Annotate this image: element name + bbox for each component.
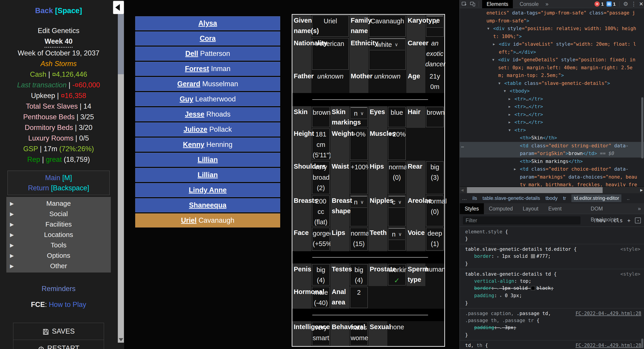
- ellipsis-menu-icon[interactable]: …: [461, 142, 464, 150]
- breadcrumb-item[interactable]: ..: [627, 195, 630, 201]
- gene-field-value[interactable]: big (4): [311, 263, 330, 286]
- return-link[interactable]: Return: [28, 184, 49, 192]
- gene-field-value[interactable]: blue: [387, 106, 406, 128]
- code-line[interactable]: param="markings" data-choices="none, bea…: [460, 173, 644, 181]
- sidebar-menu-item[interactable]: ▶Other: [6, 261, 111, 271]
- code-line[interactable]: ▶<tr>…</tr>: [460, 111, 644, 119]
- style-rule[interactable]: .passage caption, .passage td,FC-2022-04…: [460, 308, 644, 340]
- styles-pane[interactable]: element.style {}table.slave-genetic-deta…: [460, 227, 644, 349]
- breadcrumb-item[interactable]: td.editor.string-editor: [572, 194, 622, 202]
- code-line[interactable]: ▼<tr>: [460, 126, 644, 134]
- filter-input[interactable]: Filter: [463, 216, 580, 224]
- code-line[interactable]: .passage th, .passage tr {: [460, 317, 644, 324]
- tab-styles[interactable]: Styles: [460, 203, 484, 214]
- code-line[interactable]: ▶<tr>…</tr>: [460, 95, 644, 103]
- more-tabs-icon[interactable]: »: [546, 1, 548, 7]
- code-line[interactable]: ▶<td class="editor choice-editor" data-: [460, 165, 644, 173]
- elements-tree[interactable]: enetics" data-tags="jump-from-safe" clas…: [460, 8, 644, 186]
- tab-elements[interactable]: Elements: [482, 0, 513, 8]
- code-line[interactable]: }: [460, 300, 644, 307]
- slave-list-item[interactable]: Kenny Henning: [135, 138, 280, 152]
- close-icon[interactable]: ×: [639, 0, 643, 8]
- gene-field-value[interactable]: n∨: [349, 195, 368, 227]
- gene-field-value[interactable]: gorgeous (+55%): [311, 227, 330, 251]
- code-line[interactable]: <th>Skin</th>: [460, 134, 644, 142]
- gene-field-value[interactable]: brown: [425, 106, 444, 128]
- code-line[interactable]: ▶<div id="slaveList" style="width: 20em;…: [460, 40, 644, 48]
- code-line[interactable]: }: [460, 260, 644, 267]
- elements-horizontal-scrollbar[interactable]: ◀ ▶: [460, 186, 644, 193]
- restart-button[interactable]: RESTART: [13, 340, 104, 349]
- device-toolbar-icon[interactable]: [470, 1, 476, 7]
- gene-field-value[interactable]: Cavanaugh: [368, 15, 406, 37]
- gene-field-value[interactable]: normal (0): [387, 161, 406, 195]
- back-link[interactable]: Back: [35, 6, 53, 15]
- slave-list-item[interactable]: Gerard Musselman: [135, 77, 280, 91]
- hscroll-thumb[interactable]: [467, 187, 602, 193]
- slave-list-item[interactable]: Uriel Cavanaugh: [135, 213, 280, 227]
- gene-field-value[interactable]: big (3): [425, 161, 444, 195]
- scroll-left-arrow-icon[interactable]: ◀: [460, 188, 465, 192]
- breadcrumb-item[interactable]: ils: [472, 195, 477, 201]
- code-line[interactable]: ▼<table class="slave-genetic-details">: [460, 80, 644, 87]
- slave-list-item[interactable]: Forrest Inman: [135, 62, 280, 76]
- message-badge[interactable]: 1: [606, 1, 616, 7]
- tab-computed[interactable]: Computed: [484, 203, 518, 214]
- slave-list-item[interactable]: Guy Leatherwood: [135, 92, 280, 106]
- slave-list-item[interactable]: Jesse Rhoads: [135, 107, 280, 121]
- code-line[interactable]: …<td class="editor string-editor" data-: [460, 142, 644, 150]
- code-line[interactable]: ump-from-safe">: [460, 17, 644, 25]
- tab-console[interactable]: Console: [515, 0, 543, 8]
- gene-field-value[interactable]: n∨: [387, 227, 406, 251]
- scroll-right-arrow-icon[interactable]: ▶: [639, 188, 644, 192]
- gene-field-value[interactable]: 181 cm (5'11"): [311, 128, 330, 161]
- gene-field-value[interactable]: brown: [311, 106, 330, 128]
- code-line[interactable]: ▼<tbody>: [460, 87, 644, 95]
- gene-field-value[interactable]: 2: [349, 286, 368, 309]
- code-line[interactable]: ▼<div style="position: relative; width: …: [460, 25, 644, 33]
- sidebar-menu-item[interactable]: ▶Locations: [6, 229, 111, 240]
- dropdown[interactable]: n∨: [351, 107, 367, 119]
- code-line[interactable]: ▶<tr>…</tr>: [460, 103, 644, 111]
- saves-button[interactable]: SAVES: [13, 323, 104, 340]
- code-line[interactable]: border: ▸ 1px solid black;: [460, 285, 644, 292]
- sidebar-menu-item[interactable]: ▶Options: [6, 250, 111, 261]
- breadcrumb-item[interactable]: tr: [563, 195, 566, 201]
- code-line[interactable]: set: 0px; margin-left: 40em; margin-righ…: [460, 64, 644, 72]
- how-to-play-link[interactable]: How to Play: [49, 300, 86, 308]
- breadcrumb-item[interactable]: table.slave-genetic-details: [482, 195, 540, 201]
- cls-toggle[interactable]: .cls: [610, 217, 623, 223]
- code-line[interactable]: table.slave-genetic-details td.editor {<…: [460, 246, 644, 253]
- code-line[interactable]: ty mark, birthmark, freckles, heavily fr…: [460, 181, 644, 186]
- code-line[interactable]: .passage caption, .passage td,FC-2022-04…: [460, 310, 644, 317]
- hov-toggle[interactable]: :hov: [593, 217, 606, 223]
- tab-event-listeners[interactable]: Event Listeners: [544, 203, 586, 214]
- breadcrumb-item[interactable]: …: [462, 195, 467, 201]
- kebab-menu-icon[interactable]: ⋮: [631, 1, 636, 7]
- slave-list-item[interactable]: Lillian: [135, 153, 280, 167]
- styles-vertical-scrollbar[interactable]: [641, 338, 643, 348]
- sidebar-menu-item[interactable]: ▶Tools: [6, 240, 111, 250]
- slave-list-item[interactable]: Julioze Pollack: [135, 122, 280, 137]
- code-line[interactable]: border: ▸ 1px solid #777;: [460, 253, 644, 260]
- style-rule[interactable]: element.style {}: [460, 227, 644, 244]
- week-label[interactable]: Week 40: [44, 36, 72, 48]
- code-line[interactable]: table.slave-genetic-details td {<style>: [460, 271, 644, 278]
- sidebar-scrollbar[interactable]: [118, 14, 124, 343]
- code-line[interactable]: ▼<div id="geneDetails" style="position: …: [460, 56, 644, 64]
- gene-field-value[interactable]: normal (15): [349, 227, 368, 251]
- code-line[interactable]: padding: ▸ 0 3px;: [460, 292, 644, 300]
- code-line[interactable]: enetics" data-tags="jump-from-safe" clas…: [460, 9, 644, 17]
- computed-sidebar-toggle-icon[interactable]: ◂: [635, 217, 641, 223]
- code-line[interactable]: padding: ▸ 3px;: [460, 324, 644, 331]
- gene-field-value[interactable]: +100%: [349, 161, 368, 195]
- code-line[interactable]: eft;">…</div>: [460, 48, 644, 56]
- sidebar-menu-item[interactable]: ▶Social: [6, 209, 111, 219]
- code-line[interactable]: <th>Skin markings</th>: [460, 158, 644, 165]
- style-rule[interactable]: table.slave-genetic-details td {<style>v…: [460, 269, 644, 308]
- code-line[interactable]: t: 100%;">: [460, 33, 644, 41]
- gene-field-value[interactable]: big (4): [349, 263, 368, 286]
- slave-list-item[interactable]: Lillian: [135, 168, 280, 182]
- inspect-icon[interactable]: [462, 1, 468, 7]
- code-line[interactable]: param="origSkin">brown</td> == $0: [460, 150, 644, 158]
